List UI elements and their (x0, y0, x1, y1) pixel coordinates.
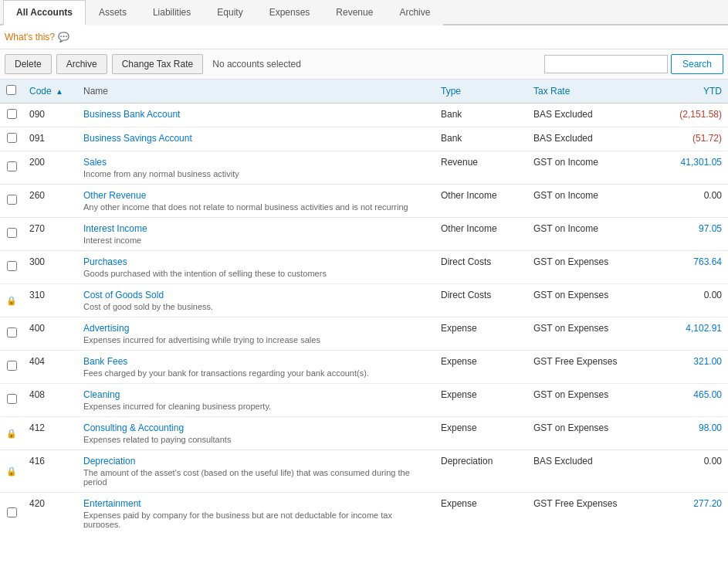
row-tax-rate: GST Free Expenses (527, 493, 651, 528)
row-checkbox[interactable] (7, 133, 17, 143)
row-code: 270 (23, 218, 77, 251)
delete-button[interactable]: Delete (5, 54, 52, 74)
account-name-link[interactable]: Entertainment (83, 498, 141, 509)
code-header[interactable]: Code ▲ (23, 80, 77, 103)
row-type: Other Income (435, 185, 527, 218)
row-ytd: 277.20 (651, 493, 728, 528)
account-name-link[interactable]: Business Bank Account (83, 109, 180, 120)
account-desc: Fees charged by your bank for transactio… (83, 368, 428, 378)
search-box: Search (544, 54, 723, 74)
account-desc: Any other income that does not relate to… (83, 202, 428, 212)
row-checkbox[interactable] (7, 228, 17, 238)
row-code: 200 (23, 151, 77, 185)
table-row: 🔒412Consulting & AccountingExpenses rela… (0, 417, 728, 450)
account-name-link[interactable]: Depreciation (83, 456, 135, 467)
search-button[interactable]: Search (671, 54, 723, 74)
row-type: Expense (435, 317, 527, 351)
account-name-link[interactable]: Sales (83, 157, 107, 168)
row-tax-rate: BAS Excluded (527, 127, 651, 151)
tab-revenue[interactable]: Revenue (323, 0, 386, 25)
tab-assets[interactable]: Assets (86, 0, 140, 25)
row-name-cell: Business Savings Account (77, 127, 435, 151)
ytd-header: YTD (651, 80, 728, 103)
row-checkbox[interactable] (7, 361, 17, 371)
account-name-link[interactable]: Cleaning (83, 389, 120, 400)
account-name-link[interactable]: Consulting & Accounting (83, 422, 184, 433)
row-code: 090 (23, 103, 77, 127)
row-code: 408 (23, 384, 77, 417)
select-all-checkbox[interactable] (6, 85, 16, 95)
row-name-cell: Interest IncomeInterest income (77, 218, 435, 251)
account-desc: Expenses incurred for advertising while … (83, 335, 428, 344)
row-tax-rate: GST on Income (527, 218, 651, 251)
row-tax-rate: GST on Expenses (527, 284, 651, 317)
tab-all-accounts[interactable]: All Accounts (3, 0, 86, 25)
row-checkbox[interactable] (7, 394, 17, 404)
tax-rate-header-label: Tax Rate (533, 86, 570, 97)
search-input[interactable] (544, 55, 668, 73)
type-header: Type (435, 80, 527, 103)
account-name-link[interactable]: Interest Income (83, 223, 147, 234)
row-checkbox[interactable] (7, 327, 17, 338)
accounts-table: Code ▲ Name Type Tax Rate YTD 090Busines… (0, 80, 728, 528)
row-type: Revenue (435, 151, 527, 185)
row-checkbox[interactable] (7, 195, 17, 205)
code-header-label: Code (29, 86, 52, 97)
change-tax-rate-button[interactable]: Change Tax Rate (112, 54, 204, 74)
account-name-link[interactable]: Cost of Goods Sold (83, 290, 164, 300)
row-checkbox[interactable] (7, 109, 17, 119)
row-ytd: 41,301.05 (651, 151, 728, 185)
row-type: Other Income (435, 218, 527, 251)
row-code: 404 (23, 351, 77, 384)
tab-equity[interactable]: Equity (204, 0, 256, 25)
row-name-cell: CleaningExpenses incurred for cleaning b… (77, 384, 435, 417)
row-tax-rate: GST on Expenses (527, 317, 651, 351)
account-name-link[interactable]: Bank Fees (83, 356, 127, 367)
tab-archive[interactable]: Archive (386, 0, 443, 25)
row-ytd: 321.00 (651, 351, 728, 384)
archive-button[interactable]: Archive (56, 54, 107, 74)
table-row: 200SalesIncome from any normal business … (0, 151, 728, 185)
row-checkbox[interactable] (7, 507, 17, 517)
table-row: 270Interest IncomeInterest incomeOther I… (0, 218, 728, 251)
tab-liabilities[interactable]: Liabilities (140, 0, 204, 25)
name-header: Name (77, 80, 435, 103)
row-name-cell: PurchasesGoods purchased with the intent… (77, 251, 435, 284)
row-checkbox-cell (0, 218, 23, 251)
row-ytd: 465.00 (651, 384, 728, 417)
table-row: 404Bank FeesFees charged by your bank fo… (0, 351, 728, 384)
table-row: 400AdvertisingExpenses incurred for adve… (0, 317, 728, 351)
account-name-link[interactable]: Advertising (83, 323, 129, 334)
type-header-label: Type (441, 86, 461, 97)
account-name-link[interactable]: Other Revenue (83, 190, 146, 201)
row-checkbox-cell (0, 127, 23, 151)
accounts-table-container: Code ▲ Name Type Tax Rate YTD 090Busines… (0, 80, 728, 528)
row-code: 416 (23, 450, 77, 493)
whats-this-icon: 💬 (58, 32, 69, 42)
row-type: Bank (435, 103, 527, 127)
row-type: Bank (435, 127, 527, 151)
account-name-link[interactable]: Purchases (83, 256, 127, 267)
tab-expenses[interactable]: Expenses (256, 0, 323, 25)
row-checkbox-cell (0, 151, 23, 185)
row-type: Expense (435, 417, 527, 450)
account-desc: Expenses related to paying consultants (83, 435, 428, 444)
row-checkbox[interactable] (7, 261, 17, 271)
row-checkbox[interactable] (7, 161, 17, 171)
row-checkbox-cell (0, 185, 23, 218)
table-row: 408CleaningExpenses incurred for cleanin… (0, 384, 728, 417)
table-body: 090Business Bank AccountBankBAS Excluded… (0, 103, 728, 528)
row-ytd: 0.00 (651, 185, 728, 218)
table-row: 🔒310Cost of Goods SoldCost of good sold … (0, 284, 728, 317)
row-name-cell: AdvertisingExpenses incurred for adverti… (77, 317, 435, 351)
row-checkbox-cell (0, 493, 23, 528)
lock-icon: 🔒 (6, 429, 17, 438)
row-tax-rate: GST Free Expenses (527, 351, 651, 384)
row-tax-rate: GST on Income (527, 151, 651, 185)
account-name-link[interactable]: Business Savings Account (83, 133, 192, 144)
row-type: Expense (435, 384, 527, 417)
row-code: 412 (23, 417, 77, 450)
whats-this-link[interactable]: What's this? 💬 (0, 25, 728, 49)
row-checkbox-cell (0, 251, 23, 284)
table-header: Code ▲ Name Type Tax Rate YTD (0, 80, 728, 103)
